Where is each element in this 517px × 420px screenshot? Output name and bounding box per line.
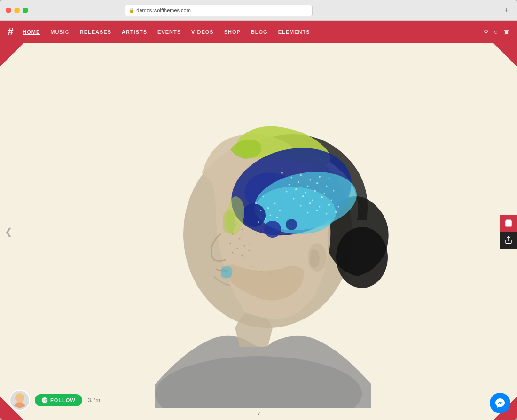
svg-point-31 — [321, 196, 323, 198]
svg-point-52 — [235, 224, 236, 226]
nav-item-artists[interactable]: ARTISTS — [122, 29, 147, 35]
svg-point-70 — [246, 205, 247, 206]
svg-point-19 — [307, 186, 309, 187]
svg-point-30 — [312, 200, 313, 201]
corner-decoration-bl — [0, 397, 24, 420]
svg-point-61 — [232, 252, 234, 254]
svg-point-9 — [264, 221, 281, 238]
svg-point-26 — [324, 193, 325, 194]
svg-point-43 — [255, 202, 257, 204]
svg-point-73 — [249, 243, 250, 244]
svg-point-50 — [265, 218, 266, 220]
svg-point-33 — [300, 205, 302, 207]
svg-point-53 — [242, 229, 243, 230]
nav-item-releases[interactable]: RELEASES — [80, 29, 111, 35]
ssl-lock-icon: 🔒 — [129, 8, 134, 13]
svg-point-18 — [298, 181, 299, 183]
nav-item-home[interactable]: HOME — [23, 29, 40, 35]
listener-count: 3.7m — [88, 397, 101, 404]
svg-point-38 — [307, 212, 309, 214]
spotify-icon — [41, 397, 48, 404]
svg-point-36 — [328, 204, 330, 206]
corner-decoration-tl — [0, 43, 24, 67]
svg-point-11 — [281, 172, 283, 174]
user-icon[interactable]: ○ — [494, 28, 498, 36]
url-text: demos.wolfthemes.com — [136, 8, 191, 13]
svg-point-76 — [260, 271, 261, 272]
svg-point-41 — [335, 211, 337, 213]
svg-point-74 — [244, 257, 245, 258]
svg-point-24 — [305, 192, 306, 194]
svg-point-27 — [333, 190, 335, 192]
svg-point-22 — [286, 191, 288, 193]
svg-point-71 — [251, 219, 252, 220]
svg-point-62 — [258, 168, 259, 169]
follow-button[interactable]: FOLLOW — [35, 394, 82, 406]
nav-item-shop[interactable]: SHOP — [224, 29, 241, 35]
svg-point-32 — [331, 200, 332, 201]
svg-point-17 — [289, 184, 290, 186]
svg-point-15 — [319, 176, 321, 178]
browser-chrome: 🔒 demos.wolfthemes.com + — [0, 0, 517, 21]
svg-point-56 — [237, 248, 238, 249]
svg-point-57 — [244, 245, 245, 247]
svg-point-35 — [319, 206, 321, 208]
cart-side-icon — [504, 219, 513, 227]
nav-item-events[interactable]: EVENTS — [157, 29, 181, 35]
minimize-button[interactable] — [14, 8, 20, 13]
svg-point-47 — [279, 210, 281, 211]
follow-label: FOLLOW — [50, 397, 76, 403]
artist-bar: FOLLOW 3.7m — [0, 390, 517, 411]
hero-svg — [94, 55, 423, 408]
close-button[interactable] — [6, 8, 11, 13]
svg-point-69 — [239, 196, 240, 197]
svg-point-51 — [276, 217, 278, 218]
svg-point-12 — [291, 177, 292, 179]
nav-icons: ⚲ ○ ▣ — [484, 28, 509, 36]
nav-item-music[interactable]: MUSIC — [50, 29, 69, 35]
nav-item-elements[interactable]: ELEMENTS — [278, 29, 310, 35]
svg-point-13 — [300, 174, 302, 176]
maximize-button[interactable] — [23, 8, 28, 13]
svg-point-54 — [232, 233, 234, 235]
svg-point-58 — [230, 243, 231, 244]
svg-point-14 — [310, 179, 311, 181]
svg-point-66 — [286, 161, 287, 162]
nav-item-videos[interactable]: VIDEOS — [191, 29, 214, 35]
svg-point-25 — [314, 190, 316, 192]
svg-point-55 — [239, 238, 241, 240]
search-icon[interactable]: ⚲ — [484, 28, 488, 36]
messenger-button[interactable] — [490, 393, 510, 413]
cart-side-button[interactable] — [500, 215, 517, 232]
svg-point-45 — [267, 207, 269, 209]
svg-point-49 — [258, 221, 259, 223]
svg-point-10 — [286, 219, 297, 230]
nav-item-blog[interactable]: BLOG — [251, 29, 268, 35]
site-logo[interactable]: # — [8, 26, 13, 38]
hero-illustration — [0, 43, 517, 420]
side-action-buttons — [500, 215, 517, 249]
svg-point-23 — [295, 188, 297, 190]
svg-point-28 — [293, 198, 295, 200]
address-bar[interactable]: 🔒 demos.wolfthemes.com — [125, 5, 313, 16]
messenger-icon — [494, 397, 506, 409]
website-content: # HOME MUSIC RELEASES ARTISTS EVENTS VID… — [0, 21, 517, 420]
svg-point-44 — [260, 210, 262, 211]
prev-page-button[interactable]: ❮ — [5, 226, 13, 237]
new-tab-button[interactable]: + — [502, 6, 511, 15]
cart-icon[interactable]: ▣ — [503, 28, 509, 36]
share-side-button[interactable] — [500, 232, 517, 249]
svg-point-72 — [256, 233, 257, 234]
svg-point-68 — [253, 191, 254, 192]
svg-point-29 — [302, 195, 304, 197]
svg-point-77 — [270, 273, 271, 274]
svg-point-8 — [242, 203, 266, 227]
svg-point-40 — [326, 213, 328, 215]
corner-decoration-tr — [494, 43, 517, 67]
svg-point-46 — [274, 203, 276, 204]
svg-point-16 — [329, 178, 330, 179]
main-nav: # HOME MUSIC RELEASES ARTISTS EVENTS VID… — [0, 21, 517, 43]
svg-point-63 — [267, 172, 268, 173]
scroll-down-indicator[interactable]: ∨ — [257, 410, 261, 416]
svg-point-39 — [316, 210, 318, 211]
